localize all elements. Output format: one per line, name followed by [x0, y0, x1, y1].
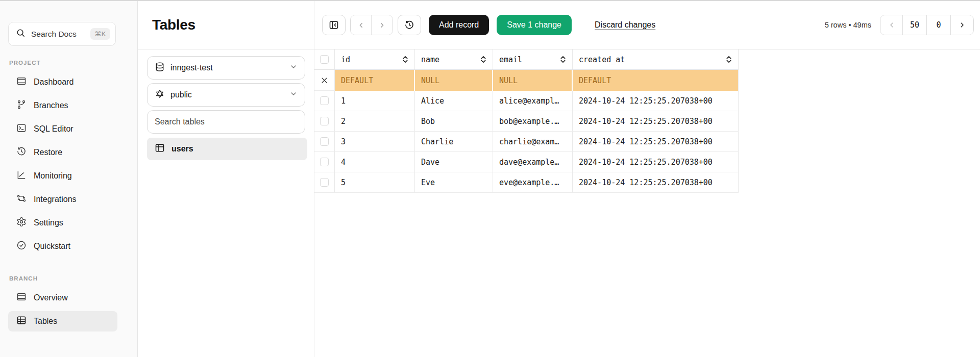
cell-email[interactable]: bob@example.…: [493, 111, 573, 132]
history-nav-group: [350, 15, 393, 35]
pagination-control: 50 0: [880, 15, 974, 35]
table-list-item-users[interactable]: users: [147, 138, 307, 160]
cell-name[interactable]: Bob: [415, 111, 493, 132]
sidebar-item-label: Restore: [34, 148, 62, 157]
new-row-cell-id[interactable]: DEFAULT: [335, 70, 415, 91]
section-label-branch: BRANCH: [9, 275, 137, 282]
new-row-cell-email[interactable]: NULL: [493, 70, 573, 91]
cell-name[interactable]: Dave: [415, 152, 493, 172]
remove-new-row-button[interactable]: [314, 70, 334, 90]
cell-id[interactable]: 4: [335, 152, 415, 172]
cell-name[interactable]: Alice: [415, 91, 493, 111]
cell-email[interactable]: dave@example…: [493, 152, 573, 172]
sidebar-item-restore[interactable]: Restore: [8, 142, 117, 163]
page-size-value[interactable]: 50: [903, 15, 927, 35]
cell-email[interactable]: alice@exampl…: [493, 91, 573, 111]
sidebar-item-settings[interactable]: Settings: [8, 213, 117, 233]
cell-created-at[interactable]: 2024-10-24 12:25:25.207038+00: [573, 111, 739, 132]
sidebar-item-dashboard[interactable]: Dashboard: [8, 72, 117, 92]
app-window: Search Docs ⌘K PROJECT Dashboard Branche…: [0, 1, 980, 357]
search-tables-input[interactable]: [155, 117, 298, 126]
search-tables-field: [147, 110, 305, 134]
cell-created-at[interactable]: 2024-10-24 12:25:25.207038+00: [573, 172, 739, 193]
cell-name[interactable]: Charlie: [415, 132, 493, 152]
discard-changes-link[interactable]: Discard changes: [595, 20, 655, 30]
cell-created-at[interactable]: 2024-10-24 12:25:25.207038+00: [573, 152, 739, 172]
add-record-button[interactable]: Add record: [429, 15, 489, 35]
select-all-cell: [314, 49, 335, 70]
chevron-right-icon: [378, 21, 386, 30]
remove-new-row-cell: [314, 70, 335, 91]
database-icon: [155, 62, 165, 74]
schema-icon: [155, 89, 165, 101]
toolbar: Add record Save 1 change Discard changes…: [314, 1, 980, 49]
redo-forward-button[interactable]: [372, 15, 393, 35]
cell-created-at[interactable]: 2024-10-24 12:25:25.207038+00: [573, 91, 739, 111]
select-all-checkbox[interactable]: [320, 55, 329, 64]
search-icon: [16, 28, 26, 40]
cell-id[interactable]: 1: [335, 91, 415, 111]
column-header-name[interactable]: name: [415, 49, 493, 70]
sidebar: Search Docs ⌘K PROJECT Dashboard Branche…: [0, 1, 138, 357]
sidebar-item-monitoring[interactable]: Monitoring: [8, 166, 117, 186]
column-label: id: [341, 55, 350, 64]
sidebar-item-sql-editor[interactable]: SQL Editor: [8, 119, 117, 139]
tables-panel: Tables inngest-test: [138, 1, 314, 357]
column-label: name: [421, 55, 439, 64]
new-row-cell-name[interactable]: NULL: [415, 70, 493, 91]
database-select[interactable]: inngest-test: [147, 56, 305, 80]
section-label-project: PROJECT: [9, 60, 137, 66]
sort-icon: [726, 56, 732, 63]
search-docs-button[interactable]: Search Docs ⌘K: [8, 22, 116, 46]
undo-back-button[interactable]: [351, 15, 372, 35]
history-clock-icon: [16, 146, 27, 159]
terminal-icon: [16, 123, 27, 135]
sidebar-item-label: Settings: [34, 218, 63, 227]
cell-name[interactable]: Eve: [415, 172, 493, 193]
column-label: created_at: [579, 55, 625, 64]
row-select-cell: [314, 172, 335, 193]
schema-select[interactable]: public: [147, 83, 305, 107]
row-checkbox[interactable]: [320, 137, 329, 146]
query-history-button[interactable]: [398, 15, 421, 35]
row-checkbox[interactable]: [320, 96, 329, 105]
page-offset-value[interactable]: 0: [927, 15, 951, 35]
panel-collapse-icon: [329, 20, 339, 30]
sidebar-item-overview[interactable]: Overview: [8, 288, 117, 308]
search-docs-label: Search Docs: [31, 30, 90, 39]
sort-icon: [560, 56, 566, 63]
collapse-sidebar-button[interactable]: [322, 15, 346, 35]
cell-email[interactable]: eve@example.…: [493, 172, 573, 193]
sidebar-item-quickstart[interactable]: Quickstart: [8, 236, 117, 257]
row-checkbox[interactable]: [320, 178, 329, 187]
row-checkbox[interactable]: [320, 158, 329, 166]
column-header-id[interactable]: id: [335, 49, 415, 70]
cell-id[interactable]: 2: [335, 111, 415, 132]
grid-header-row: id name email created_at: [314, 49, 739, 70]
cell-created-at[interactable]: 2024-10-24 12:25:25.207038+00: [573, 132, 739, 152]
page-title: Tables: [152, 17, 195, 33]
data-grid-area: id name email created_at: [314, 49, 980, 357]
row-checkbox[interactable]: [320, 117, 329, 125]
sidebar-item-label: Integrations: [34, 195, 77, 204]
save-changes-button[interactable]: Save 1 change: [497, 15, 572, 35]
panel-body: inngest-test public: [138, 49, 314, 160]
chevron-left-icon: [357, 21, 365, 30]
sidebar-item-tables[interactable]: Tables: [8, 311, 117, 332]
database-select-value: inngest-test: [170, 63, 289, 72]
cell-id[interactable]: 5: [335, 172, 415, 193]
sidebar-item-integrations[interactable]: Integrations: [8, 189, 117, 210]
page-next-button[interactable]: [951, 15, 973, 35]
new-row-cell-created-at[interactable]: DEFAULT: [573, 70, 739, 91]
cell-id[interactable]: 3: [335, 132, 415, 152]
sidebar-item-label: Dashboard: [34, 78, 74, 87]
column-header-email[interactable]: email: [493, 49, 573, 70]
cell-email[interactable]: charlie@exam…: [493, 132, 573, 152]
column-header-created-at[interactable]: created_at: [573, 49, 739, 70]
chevron-down-icon: [289, 63, 298, 73]
table-grid-icon: [16, 315, 27, 327]
page-previous-button[interactable]: [880, 15, 903, 35]
row-count-stats: 5 rows • 49ms: [825, 21, 871, 29]
column-label: email: [499, 55, 522, 64]
sidebar-item-branches[interactable]: Branches: [8, 95, 117, 116]
